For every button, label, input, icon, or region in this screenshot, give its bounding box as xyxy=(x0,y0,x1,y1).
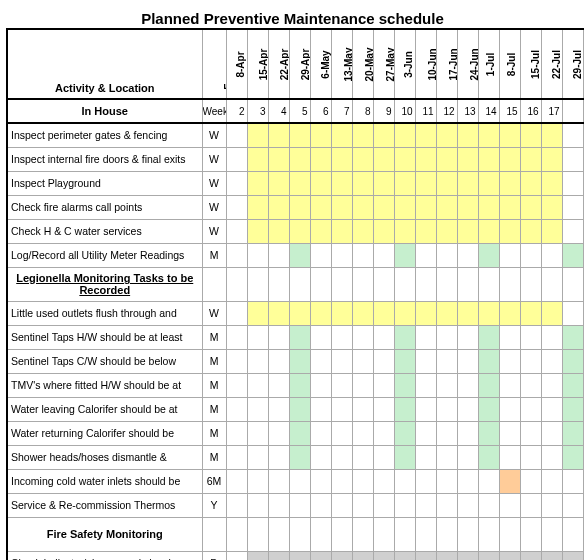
schedule-cell xyxy=(268,469,289,493)
schedule-cell xyxy=(226,445,247,469)
schedule-cell xyxy=(541,445,562,469)
header-row: Activity & Location Frequency 8-Apr 15-A… xyxy=(7,29,583,99)
schedule-cell xyxy=(289,551,310,560)
schedule-cell xyxy=(310,301,331,325)
schedule-cell xyxy=(226,421,247,445)
schedule-cell xyxy=(247,219,268,243)
week-num: 4 xyxy=(268,99,289,123)
activity-label: Water returning Calorifer should be xyxy=(7,421,202,445)
schedule-cell xyxy=(289,171,310,195)
blank xyxy=(562,517,583,551)
schedule-cell xyxy=(289,445,310,469)
schedule-cell xyxy=(457,397,478,421)
blank xyxy=(268,267,289,301)
blank xyxy=(202,267,226,301)
blank xyxy=(226,267,247,301)
schedule-cell xyxy=(436,421,457,445)
blank xyxy=(457,267,478,301)
header-date: 6-May xyxy=(310,29,331,99)
schedule-cell xyxy=(394,349,415,373)
schedule-cell xyxy=(226,551,247,560)
schedule-cell xyxy=(247,147,268,171)
freq-label: Week xyxy=(202,99,226,123)
schedule-cell xyxy=(562,551,583,560)
schedule-cell xyxy=(226,397,247,421)
schedule-cell xyxy=(499,171,520,195)
schedule-cell xyxy=(289,147,310,171)
schedule-cell xyxy=(562,349,583,373)
blank xyxy=(331,267,352,301)
schedule-cell xyxy=(562,123,583,147)
schedule-cell xyxy=(352,195,373,219)
schedule-cell xyxy=(499,551,520,560)
blank xyxy=(415,267,436,301)
schedule-cell xyxy=(352,373,373,397)
blank xyxy=(499,267,520,301)
schedule-cell xyxy=(268,147,289,171)
schedule-cell xyxy=(394,219,415,243)
activity-label: Inspect Playground xyxy=(7,171,202,195)
blank xyxy=(478,267,499,301)
schedule-cell xyxy=(436,123,457,147)
blank xyxy=(289,267,310,301)
schedule-cell xyxy=(226,243,247,267)
schedule-cell xyxy=(457,325,478,349)
schedule-cell xyxy=(310,551,331,560)
schedule-cell xyxy=(310,243,331,267)
schedule-cell xyxy=(541,123,562,147)
schedule-cell xyxy=(457,445,478,469)
activity-label: Inspect internal fire doors & final exit… xyxy=(7,147,202,171)
header-date: 27-May xyxy=(373,29,394,99)
schedule-cell xyxy=(373,219,394,243)
schedule-cell xyxy=(415,123,436,147)
week-num: 16 xyxy=(520,99,541,123)
schedule-cell xyxy=(499,195,520,219)
blank xyxy=(247,517,268,551)
schedule-cell xyxy=(520,373,541,397)
schedule-cell xyxy=(394,325,415,349)
frequency-cell: W xyxy=(202,147,226,171)
schedule-cell xyxy=(520,421,541,445)
schedule-cell xyxy=(415,325,436,349)
blank xyxy=(289,517,310,551)
schedule-cell xyxy=(373,325,394,349)
schedule-cell xyxy=(289,373,310,397)
frequency-cell: W xyxy=(202,171,226,195)
schedule-cell xyxy=(520,325,541,349)
blank xyxy=(541,267,562,301)
schedule-cell xyxy=(373,195,394,219)
schedule-cell xyxy=(541,349,562,373)
schedule-cell xyxy=(331,219,352,243)
schedule-cell xyxy=(520,171,541,195)
blank xyxy=(478,517,499,551)
schedule-cell xyxy=(331,147,352,171)
schedule-cell xyxy=(310,349,331,373)
schedule-cell xyxy=(436,147,457,171)
schedule-cell xyxy=(520,301,541,325)
schedule-cell xyxy=(268,349,289,373)
header-date: 29-Apr xyxy=(289,29,310,99)
schedule-cell xyxy=(373,243,394,267)
schedule-cell xyxy=(541,493,562,517)
schedule-cell xyxy=(520,469,541,493)
schedule-cell xyxy=(310,219,331,243)
schedule-cell xyxy=(289,349,310,373)
schedule-cell xyxy=(415,243,436,267)
week-num: 12 xyxy=(436,99,457,123)
schedule-cell xyxy=(247,349,268,373)
schedule-cell xyxy=(331,421,352,445)
schedule-cell xyxy=(415,445,436,469)
frequency-cell: M xyxy=(202,421,226,445)
schedule-cell xyxy=(226,123,247,147)
frequency-cell: D xyxy=(202,551,226,560)
schedule-cell xyxy=(226,147,247,171)
schedule-cell xyxy=(226,301,247,325)
blank xyxy=(562,267,583,301)
blank xyxy=(541,517,562,551)
schedule-cell xyxy=(499,219,520,243)
schedule-cell xyxy=(499,397,520,421)
schedule-cell xyxy=(331,195,352,219)
schedule-cell xyxy=(394,123,415,147)
schedule-cell xyxy=(457,469,478,493)
schedule-cell xyxy=(268,219,289,243)
